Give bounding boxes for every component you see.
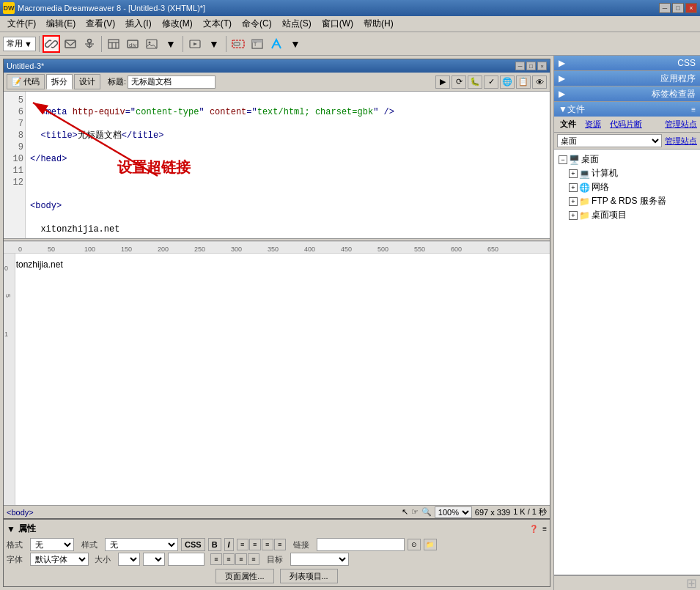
zoom-icon[interactable]: 🔍 (421, 507, 432, 517)
menu-insert[interactable]: 插入(I) (121, 16, 155, 32)
app-icon: DW (3, 2, 15, 14)
menu-help[interactable]: 帮助(H) (359, 16, 398, 32)
style-select[interactable]: 无 (105, 538, 178, 551)
code-content[interactable]: <meta http-equiv="content-type" content=… (26, 92, 550, 238)
tag-panel-header[interactable]: ▶ 标签检查器 (554, 86, 700, 101)
app-panel-header[interactable]: ▶ 应用程序 (554, 71, 700, 86)
minimize-button[interactable]: ─ (659, 3, 671, 13)
tab-split[interactable]: 拆分 (46, 74, 73, 89)
view-options-button[interactable]: 👁 (532, 75, 547, 89)
indent-button-4[interactable]: ≡ (248, 553, 259, 565)
tree-item-ftp[interactable]: + 📁 FTP & RDS 服务器 (557, 194, 697, 208)
menu-modify[interactable]: 修改(M) (158, 16, 197, 32)
files-tab-resources[interactable]: 资源 (582, 118, 604, 130)
form-button[interactable] (229, 35, 247, 53)
desktop-expand-icon[interactable]: − (559, 155, 567, 164)
list-items-button[interactable]: 列表项目... (280, 569, 338, 583)
menu-site[interactable]: 站点(S) (278, 16, 316, 32)
doc-maximize-button[interactable]: □ (526, 62, 536, 70)
table-button[interactable] (105, 35, 122, 53)
italic-button[interactable]: I (224, 538, 234, 551)
tree-item-desktop[interactable]: − 🖥️ 桌面 (557, 152, 697, 166)
target-select[interactable] (290, 553, 349, 566)
files-panel-header[interactable]: ▼ 文件 ≡ (554, 102, 700, 117)
indent-button-1[interactable]: ≡ (210, 553, 222, 565)
pointer-icon[interactable]: ↖ (402, 507, 408, 517)
image-button[interactable] (143, 35, 161, 53)
hyperlink-button[interactable] (43, 35, 60, 53)
code-line-7: </head> (30, 153, 545, 165)
preview-button[interactable]: ▶ (435, 75, 450, 89)
align-justify-button[interactable]: ≡ (274, 539, 286, 550)
title-input[interactable] (128, 75, 215, 89)
css-button[interactable]: CSS (181, 538, 205, 551)
tag-panel-arrow-icon: ▶ (559, 89, 565, 99)
link-browse-button[interactable]: ⊙ (408, 539, 421, 550)
files-panel-options-icon[interactable]: ≡ (691, 106, 696, 114)
debug-button[interactable]: 🐛 (468, 75, 482, 89)
div-button[interactable]: div (124, 35, 141, 53)
code-area-wrapper: 5 6 7 8 9 10 11 12 <meta http-equiv="con… (4, 92, 550, 238)
maximize-button[interactable]: □ (672, 3, 684, 13)
network-label: 网络 (592, 181, 609, 193)
doc-minimize-button[interactable]: ─ (515, 62, 525, 70)
close-button[interactable]: × (685, 3, 697, 13)
validate-button[interactable]: ✓ (484, 75, 498, 89)
location-select[interactable]: 桌面 (557, 134, 662, 147)
menu-text[interactable]: 文本(T) (199, 16, 236, 32)
desktop-project-expand-icon[interactable]: + (569, 211, 578, 220)
align-left-button[interactable]: ≡ (237, 539, 248, 550)
css-panel-header[interactable]: ▶ CSS (554, 56, 700, 70)
category-dropdown[interactable]: 常用 ▼ (3, 37, 36, 51)
files-tab-files[interactable]: 文件 (557, 118, 579, 130)
menu-window[interactable]: 窗口(W) (317, 16, 358, 32)
tree-item-computer[interactable]: + 💻 计算机 (557, 166, 697, 180)
doc-title-controls[interactable]: ─ □ × (515, 62, 547, 70)
link-input[interactable] (317, 538, 405, 551)
align-right-button[interactable]: ≡ (262, 539, 273, 550)
properties-options-icon[interactable]: ≡ (542, 525, 547, 533)
doc-close-button[interactable]: × (537, 62, 547, 70)
file-mgmt-button[interactable]: 📋 (516, 75, 531, 89)
network-expand-icon[interactable]: + (569, 183, 578, 192)
align-center-button[interactable]: ≡ (249, 539, 261, 550)
browser-compat-button[interactable]: 🌐 (500, 75, 515, 89)
spry-dropdown[interactable]: ▼ (287, 35, 304, 53)
media-button[interactable] (186, 35, 204, 53)
menu-command[interactable]: 命令(C) (237, 16, 276, 32)
format-select[interactable]: 无 段落 标题1 (30, 538, 74, 551)
link-folder-button[interactable]: 📁 (424, 539, 437, 550)
menu-file[interactable]: 文件(F) (3, 16, 40, 32)
files-tab-snippets[interactable]: 代码片断 (607, 118, 645, 130)
properties-help-icon[interactable]: ❓ (529, 525, 538, 533)
manage-site-link[interactable]: 管理站点 (665, 119, 697, 130)
menu-view[interactable]: 查看(V) (81, 16, 119, 32)
menu-edit[interactable]: 编辑(E) (42, 16, 80, 32)
image-dropdown[interactable]: ▼ (162, 35, 180, 53)
indent-button-2[interactable]: ≡ (223, 553, 235, 565)
indent-button-3[interactable]: ≡ (235, 553, 247, 565)
ftp-expand-icon[interactable]: + (569, 197, 578, 206)
refresh-browser-button[interactable]: ⟳ (452, 75, 466, 89)
template-button[interactable]: T (248, 35, 266, 53)
manage-link-btn[interactable]: 管理站点 (665, 136, 697, 147)
zoom-select[interactable]: 100% 150% 200% 50% (435, 506, 472, 518)
spry-button[interactable] (268, 35, 285, 53)
tab-code[interactable]: 📝 代码 (7, 74, 45, 89)
color-input[interactable] (168, 553, 205, 566)
properties-title[interactable]: ▼ 属性 ❓ ≡ (7, 523, 547, 535)
tree-item-desktop-project[interactable]: + 📁 桌面项目 (557, 208, 697, 222)
size-select[interactable] (118, 553, 140, 566)
anchor-button[interactable] (81, 35, 98, 53)
bold-button[interactable]: B (208, 538, 221, 551)
page-props-button[interactable]: 页面属性... (215, 569, 273, 583)
size-unit-select[interactable] (143, 553, 165, 566)
media-dropdown[interactable]: ▼ (205, 35, 223, 53)
email-link-button[interactable] (62, 35, 79, 53)
computer-expand-icon[interactable]: + (569, 169, 578, 178)
tree-item-network[interactable]: + 🌐 网络 (557, 180, 697, 194)
title-bar-controls[interactable]: ─ □ × (659, 3, 697, 13)
tab-design[interactable]: 设计 (74, 74, 100, 89)
font-select[interactable]: 默认字体 (30, 553, 89, 566)
hand-icon[interactable]: ☞ (411, 507, 419, 517)
